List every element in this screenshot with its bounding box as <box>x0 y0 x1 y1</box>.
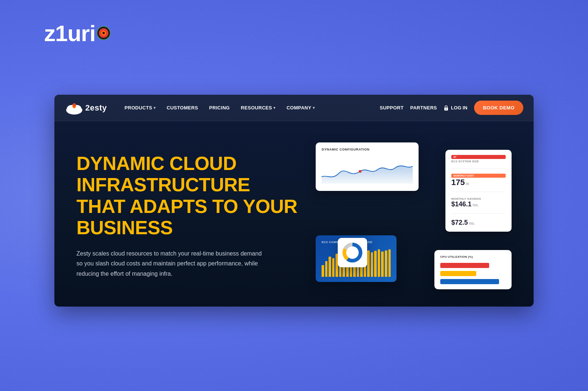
svg-point-3 <box>103 32 105 34</box>
stats-card: 97 EC2 SYSTEM SIZE MONTHLY COST 175 in <box>445 150 512 232</box>
cpu-bar-row-2 <box>440 271 506 276</box>
stats-rows: 97 EC2 SYSTEM SIZE MONTHLY COST 175 in <box>451 155 506 227</box>
config-card-title: DYNAMIC CONFIGURATION <box>322 148 413 151</box>
nav-login-label: LOG IN <box>451 105 467 111</box>
cpu-bar-yellow <box>440 271 476 276</box>
ec2-bar <box>332 258 335 277</box>
cpu-bar-red <box>440 263 490 268</box>
ec2-bar <box>385 250 387 277</box>
stat-label-3: MONTHLY SAVINGS <box>451 197 506 200</box>
stat-label-1: EC2 SYSTEM SIZE <box>451 160 506 163</box>
hero-title: DYNAMIC CLOUD INFRASTRUCTURE THAT ADAPTS… <box>76 153 301 238</box>
stat-item-4: $72.5 mo. <box>451 219 506 227</box>
cpu-bar-row-3 <box>440 279 506 284</box>
stat-item-3: MONTHLY SAVINGS $146.1 mo. <box>451 197 506 208</box>
cpu-bar-blue <box>440 279 499 284</box>
stat-value-4: $72.5 <box>451 219 468 227</box>
chevron-down-icon: ▾ <box>313 106 315 110</box>
ec2-bar <box>374 251 377 276</box>
cpu-card-title: CPU UTILIZATION (%) <box>440 255 506 258</box>
lock-icon <box>444 105 449 111</box>
ec2-bar <box>325 261 328 277</box>
stat-value-2: 175 <box>451 178 465 187</box>
stat-item-1: 97 EC2 SYSTEM SIZE <box>451 155 506 163</box>
dashboard-visual: DYNAMIC CONFIGURATION <box>316 142 512 289</box>
zluri-logo-text: z1uri <box>44 22 96 45</box>
stat-item-2: MONTHLY COST 175 in <box>451 174 506 187</box>
ec2-bar <box>371 252 373 276</box>
stat-tag-1: 97 <box>451 155 506 159</box>
ec2-bar <box>381 251 384 277</box>
nav-brand[interactable]: 2esty <box>65 101 107 115</box>
hero-left: DYNAMIC CLOUD INFRASTRUCTURE THAT ADAPTS… <box>76 153 316 279</box>
ec2-bar <box>378 249 380 276</box>
donut-chart <box>341 242 363 264</box>
hero-right: DYNAMIC CONFIGURATION <box>316 143 512 288</box>
donut-card <box>338 238 367 267</box>
ec2-bar <box>367 250 370 277</box>
ec2-bar <box>322 265 324 276</box>
nav-item-pricing[interactable]: PRICING <box>205 102 234 113</box>
zluri-dot-icon <box>96 26 111 40</box>
nav-right: SUPPORT PARTNERS LOG IN BOOK DEMO <box>380 101 523 115</box>
stat-value-3: $146.1 <box>451 200 472 208</box>
svg-point-10 <box>73 103 75 106</box>
stat-sub-3: mo. <box>473 203 479 207</box>
cpu-bars <box>440 263 506 284</box>
cpu-bar-row-1 <box>440 263 506 268</box>
ec2-bar <box>329 257 331 277</box>
ec2-bar <box>388 249 391 277</box>
brand-name: 2esty <box>85 103 107 113</box>
book-demo-button[interactable]: BOOK DEMO <box>474 101 523 115</box>
hero-section: DYNAMIC CLOUD INFRASTRUCTURE THAT ADAPTS… <box>54 121 534 307</box>
brand-cloud-icon <box>65 101 84 115</box>
svg-point-13 <box>359 170 362 173</box>
nav-item-company[interactable]: COMPANY ▾ <box>282 102 319 113</box>
nav-item-products[interactable]: PRODUCTS ▾ <box>120 102 160 113</box>
nav-item-customers[interactable]: CUSTOMERS <box>162 102 202 113</box>
config-card: DYNAMIC CONFIGURATION <box>316 142 419 191</box>
cpu-card: CPU UTILIZATION (%) <box>434 250 512 289</box>
stat-sub-2: in <box>466 181 469 186</box>
config-line-chart <box>322 155 413 184</box>
nav-left: PRODUCTS ▾ CUSTOMERS PRICING RESOURCES ▾… <box>120 102 380 113</box>
navbar: 2esty PRODUCTS ▾ CUSTOMERS PRICING RESOU… <box>54 95 534 121</box>
stat-tag-2: MONTHLY COST <box>451 174 506 178</box>
chevron-down-icon: ▾ <box>154 106 155 110</box>
zluri-logo: z1uri <box>44 22 111 45</box>
hero-description: Zesty scales cloud resources to match yo… <box>76 249 268 279</box>
nav-item-support[interactable]: SUPPORT <box>380 105 404 111</box>
chevron-down-icon: ▾ <box>273 106 275 110</box>
svg-point-12 <box>446 108 447 109</box>
nav-item-partners[interactable]: PARTNERS <box>410 105 437 111</box>
nav-item-resources[interactable]: RESOURCES ▾ <box>236 102 280 113</box>
nav-login[interactable]: LOG IN <box>444 105 467 111</box>
main-card: 2esty PRODUCTS ▾ CUSTOMERS PRICING RESOU… <box>54 95 534 307</box>
stat-sub-4: mo. <box>469 221 475 225</box>
